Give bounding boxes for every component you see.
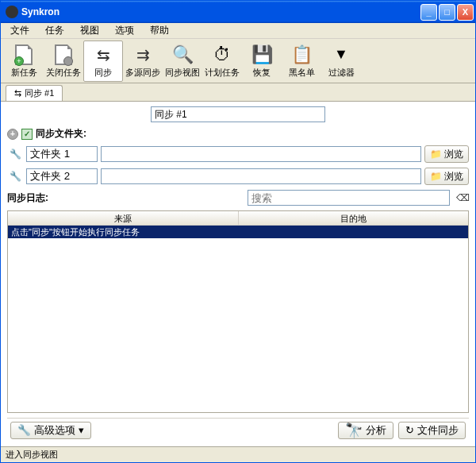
- browse-button-1[interactable]: 📁 浏览: [424, 145, 469, 163]
- folders-header: + ✓ 同步文件夹:: [7, 127, 469, 141]
- tab-sync-1[interactable]: ⇆ 同步 #1: [6, 85, 63, 101]
- wrench-icon[interactable]: 🔧: [7, 147, 23, 161]
- wrench-icon: 🔧: [17, 424, 31, 436]
- toolbar-restore[interactable]: 💾 恢复: [242, 41, 282, 82]
- col-source[interactable]: 来源: [8, 211, 239, 225]
- sync-icon: ⇆: [92, 44, 114, 66]
- folder-2-label[interactable]: [26, 168, 98, 184]
- app-window: Synkron _ □ X 文件 任务 视图 选项 帮助 + 新任务 关闭任务 …: [0, 0, 476, 463]
- add-folder-button[interactable]: +: [7, 129, 18, 140]
- table-header: 来源 目的地: [8, 211, 468, 226]
- toolbar-close-task[interactable]: 关闭任务: [44, 41, 83, 82]
- menu-view[interactable]: 视图: [74, 22, 106, 39]
- bottom-bar: 🔧 高级选项 ▾ 🔭 分析 ↻ 文件同步: [7, 418, 469, 442]
- toolbar-new-task[interactable]: + 新任务: [4, 41, 44, 82]
- toolbar-multisync[interactable]: ⇉ 多源同步: [123, 41, 163, 82]
- search-input[interactable]: [248, 190, 450, 206]
- folder-1-label[interactable]: [26, 146, 98, 162]
- menubar: 文件 任务 视图 选项 帮助: [1, 23, 475, 39]
- toolbar-scheduled[interactable]: ⏱ 计划任务: [202, 41, 242, 82]
- log-table: 来源 目的地 点击"同步"按钮开始执行同步任务: [7, 210, 469, 413]
- clock-icon: ⏱: [211, 44, 233, 66]
- browse-button-2[interactable]: 📁 浏览: [424, 168, 469, 185]
- filter-icon: ▼: [330, 44, 352, 66]
- binoculars-icon: 🔭: [345, 422, 363, 439]
- restore-icon: 💾: [251, 44, 273, 66]
- wrench-icon[interactable]: 🔧: [7, 169, 23, 183]
- toolbar-sync-view[interactable]: 🔍 同步视图: [163, 41, 202, 82]
- chevron-down-icon: ▾: [79, 424, 84, 436]
- folder-icon: 📁: [430, 149, 442, 160]
- tab-label: 同步 #1: [25, 87, 54, 99]
- folder-row-2: 🔧 📁 浏览: [7, 168, 469, 185]
- folder-icon: 📁: [430, 171, 442, 182]
- toolbar-sync[interactable]: ⇆ 同步: [83, 41, 123, 82]
- statusbar: 进入同步视图: [1, 446, 475, 462]
- log-title: 同步日志:: [7, 191, 48, 205]
- toolbar: + 新任务 关闭任务 ⇆ 同步 ⇉ 多源同步 🔍 同步视图 ⏱ 计划任务 💾 恢…: [1, 39, 475, 83]
- folder-2-path[interactable]: [101, 168, 421, 184]
- menu-options[interactable]: 选项: [109, 22, 140, 39]
- app-icon: [6, 6, 18, 18]
- menu-help[interactable]: 帮助: [144, 22, 175, 39]
- col-dest[interactable]: 目的地: [239, 211, 469, 225]
- table-body[interactable]: 点击"同步"按钮开始执行同步任务: [8, 226, 468, 412]
- multisync-icon: ⇉: [132, 44, 154, 66]
- menu-tasks[interactable]: 任务: [39, 22, 71, 39]
- folders-check-icon[interactable]: ✓: [21, 129, 33, 140]
- tab-sync-icon: ⇆: [14, 88, 21, 98]
- table-row[interactable]: 点击"同步"按钮开始执行同步任务: [8, 226, 468, 238]
- menu-file[interactable]: 文件: [4, 22, 36, 39]
- content-area: + ✓ 同步文件夹: 🔧 📁 浏览 🔧 📁 浏览 同步日志:: [1, 101, 475, 446]
- blacklist-icon: 📋: [290, 44, 313, 66]
- analyse-button[interactable]: 🔭 分析: [338, 422, 393, 439]
- close-button[interactable]: X: [457, 4, 474, 21]
- toolbar-filter[interactable]: ▼ 过滤器: [321, 41, 361, 82]
- folder-row-1: 🔧 📁 浏览: [7, 145, 469, 163]
- log-header: 同步日志: ⌫: [7, 190, 469, 206]
- maximize-button[interactable]: □: [439, 4, 455, 21]
- window-title: Synkron: [21, 6, 420, 17]
- folders-header-label: 同步文件夹:: [36, 127, 86, 141]
- minimize-button[interactable]: _: [420, 4, 437, 21]
- file-sync-button[interactable]: ↻ 文件同步: [398, 422, 466, 439]
- tab-name-input[interactable]: [151, 106, 325, 122]
- close-task-icon: [52, 44, 75, 66]
- status-text: 进入同步视图: [6, 449, 58, 461]
- new-task-icon: +: [13, 44, 35, 66]
- folder-1-path[interactable]: [101, 146, 421, 162]
- toolbar-blacklist[interactable]: 📋 黑名单: [282, 41, 321, 82]
- tabbar: ⇆ 同步 #1: [1, 83, 475, 101]
- sync-icon: ↻: [405, 424, 414, 436]
- titlebar: Synkron _ □ X: [1, 1, 475, 23]
- sync-view-icon: 🔍: [171, 44, 194, 66]
- search-clear-icon[interactable]: ⌫: [456, 192, 469, 203]
- advanced-options-button[interactable]: 🔧 高级选项 ▾: [10, 422, 91, 439]
